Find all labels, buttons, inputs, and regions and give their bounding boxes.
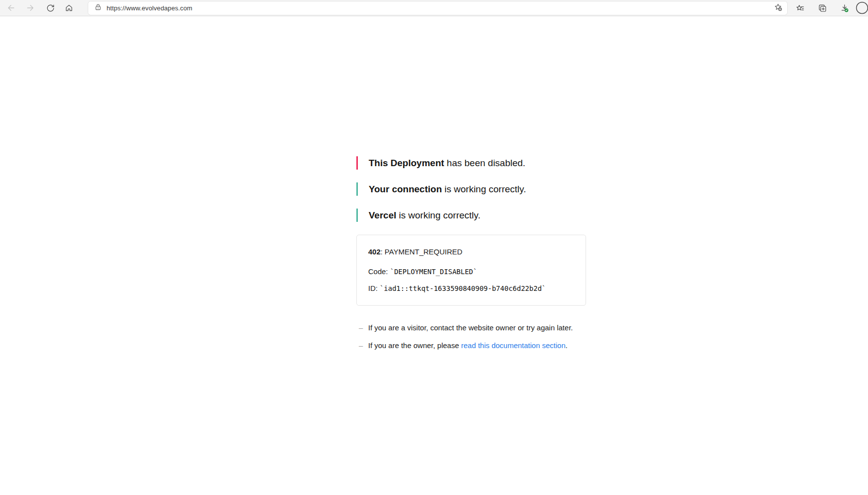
status-line-subject: Vercel: [369, 210, 396, 220]
visitor-note-text: If you are a visitor, contact the websit…: [368, 323, 573, 333]
status-line-connection: Your connection is working correctly.: [356, 182, 586, 196]
status-line-subject: This Deployment: [369, 158, 444, 168]
error-details-box: 402: PAYMENT_REQUIRED Code: `DEPLOYMENT_…: [356, 235, 586, 306]
visitor-note: – If you are a visitor, contact the webs…: [356, 323, 586, 333]
note-dash: –: [359, 323, 368, 333]
toolbar-right-icons: [787, 0, 868, 16]
vercel-error-content: This Deployment has been disabled. Your …: [356, 156, 586, 358]
note-dash: –: [359, 341, 368, 351]
error-id-label: ID:: [368, 284, 380, 292]
forward-button[interactable]: [23, 1, 37, 15]
downloads-icon: [840, 3, 849, 13]
owner-note-prefix: If you are the owner, please: [368, 341, 461, 350]
owner-note-suffix: .: [565, 341, 567, 350]
http-status-text: : PAYMENT_REQUIRED: [381, 248, 462, 256]
profile-icon: [855, 9, 868, 15]
lock-icon: [95, 3, 102, 12]
add-favorite-icon: [773, 2, 783, 13]
url-text[interactable]: https://www.evolvedapes.com: [106, 4, 192, 12]
status-line-vercel: Vercel is working correctly.: [356, 209, 586, 222]
refresh-icon: [46, 4, 55, 12]
owner-note-text: If you are the owner, please read this d…: [368, 341, 567, 351]
collections-icon: [818, 3, 827, 13]
status-line-deployment: This Deployment has been disabled.: [356, 156, 586, 170]
status-line-text: is working correctly.: [396, 210, 481, 220]
add-favorite-button[interactable]: [771, 2, 785, 14]
browser-window: https://www.evolvedapes.com: [0, 0, 868, 495]
address-bar[interactable]: https://www.evolvedapes.com: [88, 1, 787, 15]
home-icon: [65, 3, 73, 12]
favorites-button[interactable]: [793, 1, 808, 15]
http-status-code: 402: [368, 248, 381, 256]
downloads-button[interactable]: [837, 1, 852, 15]
error-code-line: Code: `DEPLOYMENT_DISABLED`: [368, 267, 574, 277]
http-status-line: 402: PAYMENT_REQUIRED: [368, 247, 574, 257]
profile-button[interactable]: [855, 1, 868, 15]
forward-icon: [26, 3, 35, 12]
status-line-subject: Your connection: [369, 184, 442, 194]
favorites-icon: [796, 3, 805, 13]
error-id-value: `iad1::ttkqt-1633590840909-b740c6d22b2d`: [380, 284, 546, 292]
refresh-button[interactable]: [43, 1, 58, 15]
page-viewport: This Deployment has been disabled. Your …: [0, 17, 868, 495]
status-line-text: is working correctly.: [442, 184, 526, 194]
home-button[interactable]: [62, 1, 76, 15]
browser-toolbar: https://www.evolvedapes.com: [0, 0, 868, 16]
owner-note: – If you are the owner, please read this…: [356, 341, 586, 351]
back-icon: [7, 3, 16, 12]
collections-button[interactable]: [815, 1, 830, 15]
documentation-link[interactable]: read this documentation section: [461, 341, 565, 350]
help-notes: – If you are a visitor, contact the webs…: [356, 323, 586, 351]
status-line-text: has been disabled.: [444, 158, 525, 168]
back-button[interactable]: [4, 1, 19, 15]
error-code-value: `DEPLOYMENT_DISABLED`: [390, 268, 477, 276]
error-id-line: ID: `iad1::ttkqt-1633590840909-b740c6d22…: [368, 283, 574, 293]
error-code-label: Code:: [368, 267, 390, 276]
